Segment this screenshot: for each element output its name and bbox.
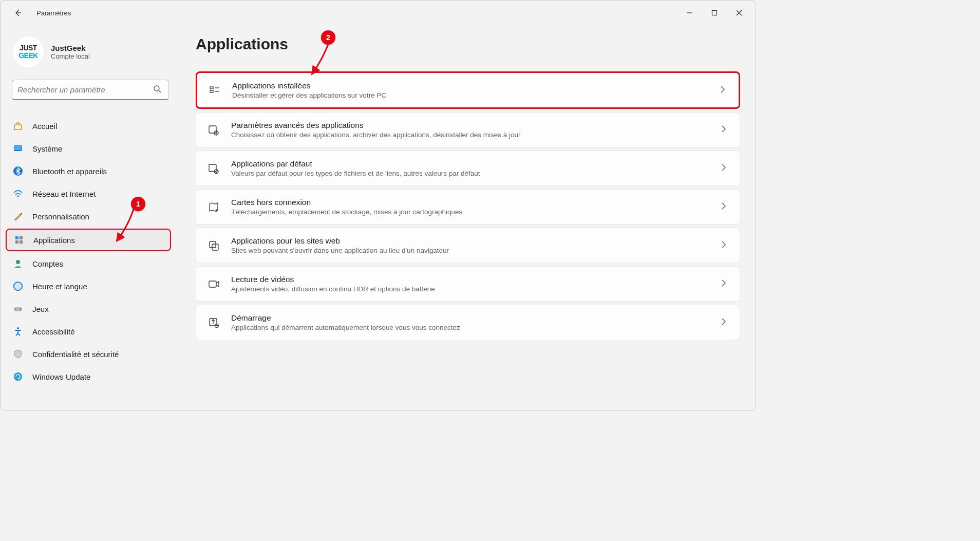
sidebar-item-label: Confidentialité et sécurité (32, 350, 119, 359)
card-desc: Désinstaller et gérer des applications s… (232, 91, 707, 99)
svg-rect-33 (209, 281, 216, 287)
search-icon (149, 85, 165, 95)
maps-icon (206, 200, 221, 214)
svg-rect-31 (210, 241, 216, 248)
sidebar-item-games[interactable]: Jeux (6, 299, 171, 319)
sidebar-item-privacy[interactable]: Confidentialité et sécurité (6, 344, 171, 364)
user-sub: Compte local (51, 52, 90, 60)
sites-icon (206, 238, 221, 253)
cards-list: Applications installées Désinstaller et … (196, 71, 740, 340)
avatar-line2: GEEK (18, 52, 38, 60)
back-button[interactable] (10, 5, 26, 21)
svg-line-5 (159, 90, 161, 92)
sidebar-item-system[interactable]: Système (6, 138, 171, 159)
card-installed[interactable]: Applications installées Désinstaller et … (196, 71, 740, 109)
card-maps[interactable]: Cartes hors connexion Téléchargements, e… (196, 189, 740, 225)
installed-icon (208, 83, 222, 98)
sidebar-item-bluetooth[interactable]: Bluetooth et appareils (6, 161, 171, 181)
user-block[interactable]: JUST GEEK JustGeek Compte local (6, 30, 175, 80)
sidebar-item-network[interactable]: Réseau et Internet (6, 183, 171, 204)
sidebar-item-accessibility[interactable]: Accessibilité (6, 321, 171, 342)
svg-rect-12 (15, 240, 18, 244)
card-title: Lecture de vidéos (231, 275, 708, 284)
privacy-icon (13, 349, 23, 359)
chevron-right-icon (718, 202, 729, 212)
svg-point-14 (16, 260, 20, 264)
card-title: Applications pour les sites web (231, 236, 708, 246)
card-title: Paramètres avancés des applications (231, 121, 708, 130)
window-title: Paramètres (36, 9, 71, 17)
sidebar-item-label: Jeux (32, 305, 49, 313)
card-desc: Valeurs par défaut pour les types de fic… (231, 170, 708, 177)
svg-point-16 (14, 282, 22, 290)
svg-point-4 (154, 86, 159, 91)
sidebar-item-label: Bluetooth et appareils (32, 167, 107, 176)
close-icon (736, 10, 742, 16)
card-title: Démarrage (231, 313, 708, 323)
card-title: Applications par défaut (231, 159, 708, 169)
maximize-button[interactable] (702, 3, 727, 23)
nav-list: Accueil Système Bluetooth et appareils R… (6, 116, 175, 387)
card-desc: Applications qui démarrent automatiqueme… (231, 324, 708, 331)
chevron-right-icon (717, 86, 728, 95)
svg-rect-11 (20, 236, 23, 239)
svg-rect-24 (210, 90, 213, 92)
card-sites[interactable]: Applications pour les sites web Sites we… (196, 228, 740, 263)
chevron-right-icon (718, 164, 729, 173)
sidebar-item-label: Accessibilité (32, 327, 75, 336)
sidebar-item-label: Applications (33, 236, 75, 245)
card-desc: Ajustements vidéo, diffusion en continu … (231, 285, 708, 293)
games-icon (13, 304, 23, 314)
card-startup[interactable]: Démarrage Applications qui démarrent aut… (196, 305, 740, 340)
minimize-button[interactable] (677, 3, 702, 23)
system-icon (13, 143, 23, 154)
minimize-icon (687, 10, 693, 16)
svg-point-19 (20, 308, 21, 309)
sidebar-item-brush[interactable]: Personnalisation (6, 206, 171, 227)
svg-rect-7 (14, 146, 22, 150)
close-button[interactable] (727, 3, 751, 23)
time-icon (13, 281, 23, 291)
sidebar: JUST GEEK JustGeek Compte local (1, 25, 175, 411)
sidebar-item-label: Windows Update (32, 372, 90, 381)
avatar: JUST GEEK (13, 36, 44, 67)
accounts-icon (13, 258, 23, 269)
svg-point-9 (17, 195, 19, 197)
home-icon (13, 121, 23, 131)
back-arrow-icon (14, 9, 22, 17)
annotation-arrow-2 (308, 38, 338, 79)
card-default[interactable]: Applications par défaut Valeurs par défa… (196, 151, 740, 186)
update-icon (13, 371, 23, 382)
settings-window: Paramètres JUST GEEK JustGeek (0, 0, 756, 411)
card-desc: Choisissez où obtenir des applications, … (231, 131, 708, 139)
annotation-badge-1: 1 (131, 197, 145, 211)
startup-icon (206, 315, 221, 330)
search-box[interactable] (12, 80, 169, 100)
card-video[interactable]: Lecture de vidéos Ajustements vidéo, dif… (196, 266, 740, 302)
avatar-line1: JUST (20, 44, 37, 52)
search-input[interactable] (17, 85, 149, 94)
default-icon (206, 161, 221, 176)
svg-rect-1 (712, 11, 717, 15)
user-name: JustGeek (51, 44, 90, 52)
apps-icon (14, 235, 24, 245)
card-desc: Téléchargements, emplacement de stockage… (231, 208, 708, 216)
sidebar-item-apps[interactable]: Applications (6, 229, 171, 251)
card-advanced[interactable]: Paramètres avancés des applications Choi… (196, 112, 740, 147)
card-title: Cartes hors connexion (231, 198, 708, 207)
sidebar-item-accounts[interactable]: Comptes (6, 253, 171, 274)
annotation-badge-2: 2 (321, 30, 335, 45)
page-title: Applications (196, 35, 740, 53)
sidebar-item-home[interactable]: Accueil (6, 116, 171, 136)
card-desc: Sites web pouvant s'ouvrir dans une appl… (231, 247, 708, 254)
titlebar: Paramètres (1, 1, 756, 25)
svg-rect-32 (212, 244, 218, 250)
svg-point-22 (14, 372, 22, 381)
card-title: Applications installées (232, 81, 707, 90)
sidebar-item-label: Personnalisation (32, 212, 89, 221)
sidebar-item-label: Heure et langue (32, 282, 87, 291)
sidebar-item-time[interactable]: Heure et langue (6, 276, 171, 296)
sidebar-item-update[interactable]: Windows Update (6, 366, 171, 387)
svg-rect-29 (209, 164, 216, 172)
brush-icon (13, 211, 23, 221)
